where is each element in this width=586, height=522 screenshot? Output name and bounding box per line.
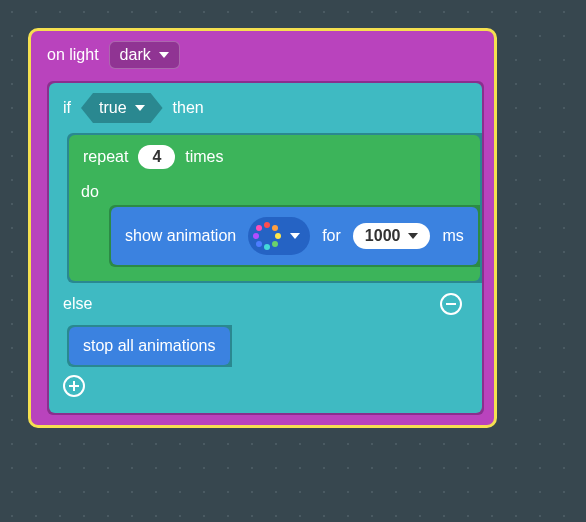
if-footer — [49, 367, 482, 413]
unit-label: ms — [442, 227, 463, 245]
animation-dropdown[interactable] — [248, 217, 310, 255]
repeat-block[interactable]: repeat 4 times do show animation for — [69, 135, 480, 281]
event-header: on light dark — [31, 31, 494, 81]
duration-dropdown[interactable]: 1000 — [353, 223, 431, 249]
stop-animations-block[interactable]: stop all animations — [69, 327, 230, 365]
else-label: else — [63, 295, 92, 313]
repeat-header: repeat 4 times — [69, 135, 480, 179]
if-label: if — [63, 99, 71, 117]
boolean-dropdown[interactable]: true — [81, 93, 163, 123]
event-body-slot: if true then repeat 4 times do — [47, 81, 484, 415]
plus-icon[interactable] — [63, 375, 85, 397]
else-body-slot: stop all animations — [67, 325, 232, 367]
stop-animations-label: stop all animations — [83, 337, 216, 355]
repeat-footer — [69, 267, 480, 281]
repeat-body-slot: show animation for 1000 ms — [109, 205, 480, 267]
minus-icon[interactable] — [440, 293, 462, 315]
boolean-value: true — [99, 99, 127, 117]
show-animation-block[interactable]: show animation for 1000 ms — [111, 207, 478, 265]
duration-value: 1000 — [365, 227, 401, 245]
do-label: do — [69, 179, 480, 205]
event-on-light[interactable]: on light dark if true then repeat 4 — [28, 28, 497, 428]
for-label: for — [322, 227, 341, 245]
rainbow-icon — [252, 221, 282, 251]
repeat-prefix-label: repeat — [83, 148, 128, 166]
chevron-down-icon — [408, 233, 418, 239]
repeat-suffix-label: times — [185, 148, 223, 166]
if-body-slot: repeat 4 times do show animation for — [67, 133, 482, 283]
event-prefix-label: on light — [47, 46, 99, 64]
repeat-count-input[interactable]: 4 — [138, 145, 175, 169]
if-else-block[interactable]: if true then repeat 4 times do — [49, 83, 482, 413]
light-condition-value: dark — [120, 46, 151, 64]
then-label: then — [173, 99, 204, 117]
chevron-down-icon — [135, 105, 145, 111]
chevron-down-icon — [159, 52, 169, 58]
show-animation-label: show animation — [125, 227, 236, 245]
else-header: else — [49, 283, 482, 325]
if-header: if true then — [49, 83, 482, 133]
light-condition-dropdown[interactable]: dark — [109, 41, 180, 69]
chevron-down-icon — [290, 233, 300, 239]
